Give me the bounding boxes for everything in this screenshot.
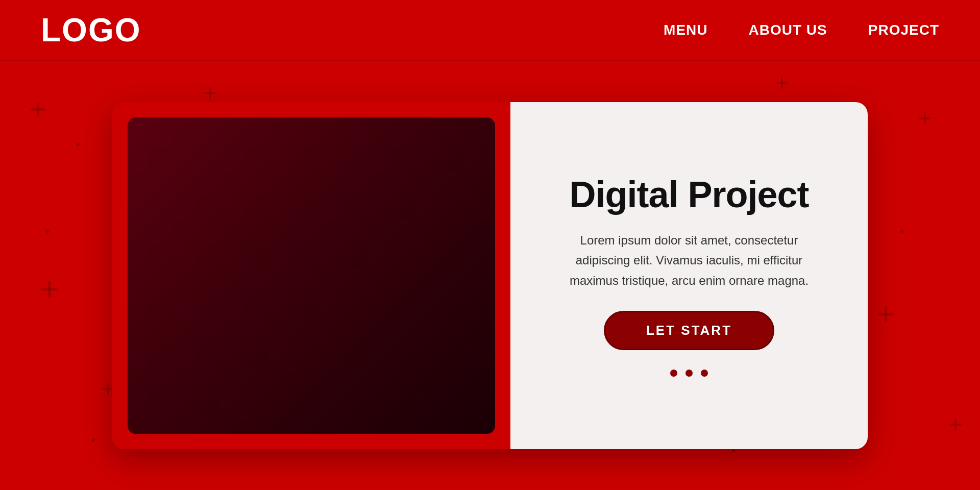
dots-indicator xyxy=(670,370,708,377)
card-right-panel: Digital Project Lorem ipsum dolor sit am… xyxy=(510,102,868,449)
dot-indicator-3 xyxy=(701,370,708,377)
card-left-panel xyxy=(112,102,510,449)
dot-indicator-2 xyxy=(685,370,693,377)
hero-title: Digital Project xyxy=(569,175,808,215)
dot-indicator-1 xyxy=(670,370,677,377)
navbar: LOGO MENU ABOUT US PROJECT xyxy=(0,0,980,61)
logo: LOGO xyxy=(41,11,141,49)
nav-menu[interactable]: MENU xyxy=(664,22,707,38)
nav-project[interactable]: PROJECT xyxy=(868,22,939,38)
card-container: Digital Project Lorem ipsum dolor sit am… xyxy=(112,102,868,449)
cta-button[interactable]: LET START xyxy=(604,311,774,350)
card-image-placeholder xyxy=(128,117,495,434)
hero-description: Lorem ipsum dolor sit amet, consectetur … xyxy=(556,230,822,291)
main-content: Digital Project Lorem ipsum dolor sit am… xyxy=(0,61,980,490)
nav-about-us[interactable]: ABOUT US xyxy=(749,22,827,38)
page-wrapper: LOGO MENU ABOUT US PROJECT Digital Proje… xyxy=(0,0,980,490)
nav-links: MENU ABOUT US PROJECT xyxy=(664,22,939,38)
